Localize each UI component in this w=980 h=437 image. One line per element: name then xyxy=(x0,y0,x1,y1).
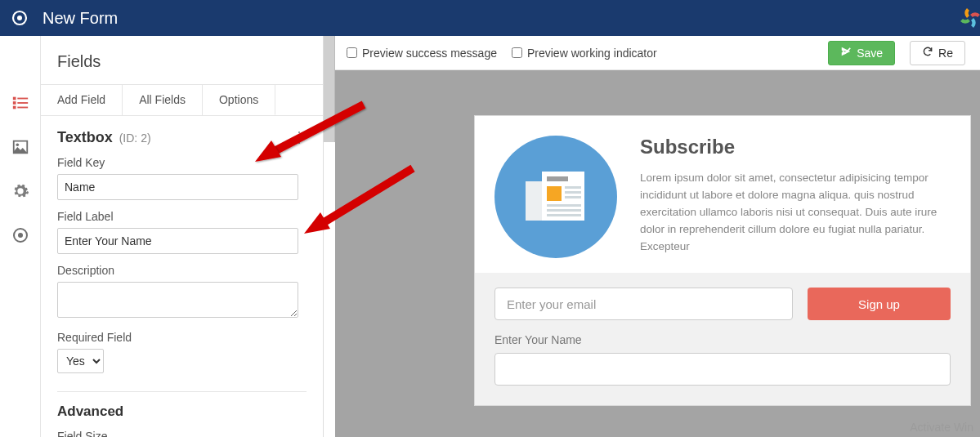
panel-scrollbar[interactable] xyxy=(324,36,335,142)
svg-rect-3 xyxy=(17,98,28,100)
page-title: New Form xyxy=(43,9,118,28)
preview-form: Sign up Enter Your Name xyxy=(475,273,970,405)
panel-tabs: Add Field All Fields Options xyxy=(41,84,323,116)
field-key-label: Field Key xyxy=(57,156,307,169)
reset-button-label: Re xyxy=(938,47,953,60)
field-label-label: Field Label xyxy=(57,210,307,223)
icon-rail xyxy=(0,36,41,437)
tab-all-fields[interactable]: All Fields xyxy=(123,85,203,115)
rail-fields-icon[interactable] xyxy=(11,93,30,113)
save-button[interactable]: Save xyxy=(828,41,895,65)
svg-point-10 xyxy=(18,233,23,238)
email-input[interactable] xyxy=(494,288,793,320)
description-textarea[interactable] xyxy=(57,282,298,318)
right-area: Preview success message Preview working … xyxy=(324,36,980,437)
preview-success-toggle[interactable]: Preview success message xyxy=(347,47,497,60)
newsletter-icon xyxy=(494,136,617,258)
advanced-heading: Advanced xyxy=(57,404,307,420)
field-key-input[interactable] xyxy=(57,174,298,200)
tab-options[interactable]: Options xyxy=(203,85,275,115)
preview-working-toggle[interactable]: Preview working indicator xyxy=(512,47,657,60)
panel-heading: Fields xyxy=(41,36,323,84)
svg-rect-17 xyxy=(565,196,581,198)
svg-rect-15 xyxy=(565,186,581,189)
field-size-label: Field Size xyxy=(57,430,307,437)
preview-success-label: Preview success message xyxy=(362,47,497,60)
refresh-icon xyxy=(922,46,933,60)
svg-rect-19 xyxy=(547,209,581,212)
subscribe-copy: Subscribe Lorem ipsum dolor sit amet, co… xyxy=(640,136,951,258)
preview-success-checkbox[interactable] xyxy=(347,47,357,58)
save-icon xyxy=(840,46,852,60)
required-select[interactable]: Yes xyxy=(57,349,104,373)
subscribe-heading: Subscribe xyxy=(640,136,951,158)
kebab-icon[interactable]: ⋮ xyxy=(292,132,307,143)
preview-working-checkbox[interactable] xyxy=(512,47,522,58)
svg-rect-6 xyxy=(12,106,16,109)
svg-point-1 xyxy=(17,16,22,20)
field-id: (ID: 2) xyxy=(119,132,151,145)
preview-header: Subscribe Lorem ipsum dolor sit amet, co… xyxy=(475,116,970,273)
svg-rect-7 xyxy=(17,107,28,109)
app-header: New Form xyxy=(0,0,980,36)
preview-working-label: Preview working indicator xyxy=(527,47,657,60)
reset-button[interactable]: Re xyxy=(910,41,965,65)
field-label-input[interactable] xyxy=(57,228,298,254)
save-button-label: Save xyxy=(857,47,883,60)
svg-rect-20 xyxy=(547,214,581,216)
preview-canvas: Subscribe Lorem ipsum dolor sit amet, co… xyxy=(335,70,980,437)
field-type: Textbox xyxy=(57,129,113,146)
rail-target-icon[interactable] xyxy=(11,225,30,245)
windows-watermark: Activate Win xyxy=(910,421,973,434)
name-input[interactable] xyxy=(494,353,951,386)
tab-add-field[interactable]: Add Field xyxy=(41,85,123,115)
subscribe-body: Lorem ipsum dolor sit amet, consectetur … xyxy=(640,170,951,256)
svg-rect-16 xyxy=(565,191,581,194)
rail-gear-icon[interactable] xyxy=(11,181,30,201)
svg-rect-18 xyxy=(547,204,581,207)
description-label: Description xyxy=(57,264,307,277)
svg-rect-14 xyxy=(547,186,562,201)
rail-image-icon[interactable] xyxy=(11,137,30,157)
preview-toolbar: Preview success message Preview working … xyxy=(324,36,980,70)
joomla-logo-icon xyxy=(952,0,980,36)
signup-button[interactable]: Sign up xyxy=(808,288,951,320)
target-icon xyxy=(11,10,28,26)
name-field-label: Enter Your Name xyxy=(494,333,951,346)
svg-rect-4 xyxy=(12,101,16,105)
divider xyxy=(57,391,307,392)
fields-panel: Fields Add Field All Fields Options Text… xyxy=(41,36,324,437)
form-preview: Subscribe Lorem ipsum dolor sit amet, co… xyxy=(474,115,971,406)
svg-rect-2 xyxy=(12,97,16,100)
required-label: Required Field xyxy=(57,331,307,344)
svg-point-8 xyxy=(16,143,19,146)
options-body: Textbox (ID: 2) ⋮ Field Key Field Label … xyxy=(41,116,323,437)
svg-rect-13 xyxy=(547,176,568,181)
svg-rect-5 xyxy=(17,102,28,104)
